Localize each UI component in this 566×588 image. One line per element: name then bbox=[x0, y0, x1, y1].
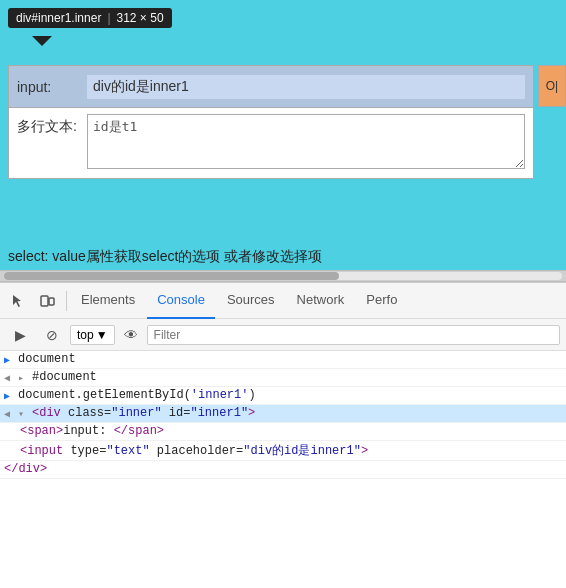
input-label: input: bbox=[17, 79, 87, 95]
textarea-label: 多行文本: bbox=[17, 114, 87, 136]
console-line: ▶ document.getElementById('inner1') bbox=[0, 387, 566, 405]
right-arrow: ▶ bbox=[4, 352, 18, 366]
stop-button[interactable]: ⊘ bbox=[38, 321, 66, 349]
textarea-field[interactable]: id是t1 bbox=[87, 114, 525, 169]
scrollbar-thumb[interactable] bbox=[4, 272, 339, 280]
scrollbar-track[interactable] bbox=[4, 272, 562, 280]
right-arrow: ▶ bbox=[4, 388, 18, 402]
console-line: <span>input: </span> bbox=[0, 423, 566, 441]
right-btn-label: O| bbox=[546, 79, 558, 93]
play-button[interactable]: ▶ bbox=[6, 321, 34, 349]
horizontal-scrollbar[interactable] bbox=[0, 270, 566, 282]
line-text: </div> bbox=[4, 462, 562, 476]
textarea-row: 多行文本: id是t1 bbox=[9, 108, 533, 178]
left-arrow: ◀ bbox=[4, 370, 18, 384]
context-select[interactable]: top ▼ bbox=[70, 325, 115, 345]
collapse-toggle[interactable]: ▾ bbox=[18, 406, 32, 420]
line-text: <div class="inner" id="inner1"> bbox=[32, 406, 562, 420]
line-text: document bbox=[18, 352, 562, 366]
inspect-icon[interactable] bbox=[4, 287, 32, 315]
eye-icon: 👁 bbox=[124, 327, 138, 343]
line-text: <input type="text" placeholder="div的id是i… bbox=[20, 442, 562, 459]
tab-elements[interactable]: Elements bbox=[71, 283, 145, 319]
line-text: document.getElementById('inner1') bbox=[18, 388, 562, 402]
console-line: ▶ document bbox=[0, 351, 566, 369]
input-field[interactable] bbox=[87, 75, 525, 99]
tooltip-label: div#inner1.inner bbox=[16, 11, 101, 25]
expand-toggle[interactable]: ▸ bbox=[18, 370, 32, 384]
right-button[interactable]: O| bbox=[538, 65, 566, 107]
line-text: <span>input: </span> bbox=[20, 424, 562, 438]
console-toolbar: ▶ ⊘ top ▼ 👁 bbox=[0, 319, 566, 351]
devtools-tabs: Elements Console Sources Network Perfo bbox=[0, 283, 566, 319]
tooltip-dimensions: 312 × 50 bbox=[117, 11, 164, 25]
filter-input[interactable] bbox=[147, 325, 560, 345]
tab-performance[interactable]: Perfo bbox=[356, 283, 407, 319]
svg-rect-1 bbox=[49, 298, 54, 305]
tab-separator bbox=[66, 291, 67, 311]
tab-network[interactable]: Network bbox=[287, 283, 355, 319]
svg-rect-0 bbox=[41, 296, 48, 306]
dropdown-icon: ▼ bbox=[96, 328, 108, 342]
tab-console[interactable]: Console bbox=[147, 283, 215, 319]
form-content: input: 多行文本: id是t1 bbox=[8, 65, 534, 179]
devtools-panel: Elements Console Sources Network Perfo ▶… bbox=[0, 282, 566, 588]
console-line: <input type="text" placeholder="div的id是i… bbox=[0, 441, 566, 461]
select-description: select: value属性获取select的选项 或者修改选择项 bbox=[8, 244, 322, 270]
element-tooltip: div#inner1.inner | 312 × 50 bbox=[8, 8, 172, 28]
console-line: </div> bbox=[0, 461, 566, 479]
left-arrow: ◀ bbox=[4, 406, 18, 420]
tooltip-arrow bbox=[32, 36, 52, 46]
tooltip-separator: | bbox=[107, 11, 110, 25]
console-output: ▶ document ◀ ▸ #document ▶ document.getE… bbox=[0, 351, 566, 588]
eye-button[interactable]: 👁 bbox=[119, 323, 143, 347]
tab-sources[interactable]: Sources bbox=[217, 283, 285, 319]
console-line: ◀ ▸ #document bbox=[0, 369, 566, 387]
input-row: input: bbox=[9, 66, 533, 108]
console-line-highlighted: ◀ ▾ <div class="inner" id="inner1"> bbox=[0, 405, 566, 423]
device-icon[interactable] bbox=[34, 287, 62, 315]
page-preview: div#inner1.inner | 312 × 50 input: 多行文本:… bbox=[0, 0, 566, 270]
line-text: #document bbox=[32, 370, 562, 384]
context-label: top bbox=[77, 328, 94, 342]
